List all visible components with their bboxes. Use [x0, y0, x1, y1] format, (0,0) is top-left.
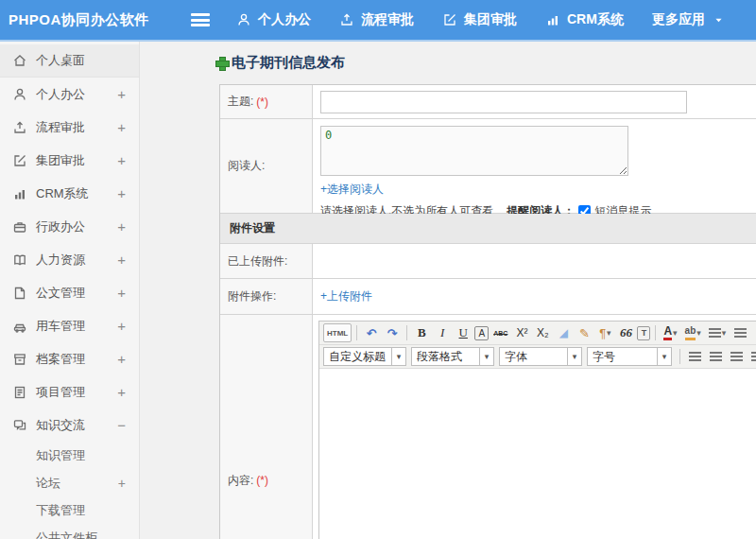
sidebar-item-document-mgmt[interactable]: 公文管理 +	[0, 276, 139, 309]
sidebar-subitem-knowledge-mgmt[interactable]: 知识管理	[0, 442, 139, 469]
nav-personal-office[interactable]: 个人办公	[236, 11, 311, 28]
top-nav: 个人办公 流程审批 集团审批 CRM系统 更多应用	[236, 11, 724, 28]
chevron-down-icon: ▾	[479, 348, 493, 365]
html-source-button[interactable]: HTML	[323, 323, 352, 342]
align-center-icon	[710, 352, 722, 362]
sidebar-item-personal-office[interactable]: 个人办公 +	[0, 78, 139, 111]
remove-format-button[interactable]: ◢	[554, 323, 573, 342]
expand-plus[interactable]: +	[117, 384, 126, 400]
expand-plus[interactable]: +	[117, 218, 126, 235]
italic-button[interactable]: I	[433, 323, 452, 342]
nav-workflow-approval[interactable]: 流程审批	[339, 11, 414, 28]
sidebar-item-desktop[interactable]: 个人桌面	[0, 44, 139, 78]
uploaded-attachments-label: 已上传附件:	[228, 253, 287, 270]
highlight-color-button[interactable]: ab▾	[682, 323, 704, 342]
align-right-icon	[730, 352, 743, 362]
align-center-button[interactable]	[706, 347, 725, 366]
editor-toolbar-row1: HTML ↶ ↷ B I U A ABC X² X₂ ◢	[319, 322, 756, 345]
expand-plus[interactable]: +	[117, 252, 126, 268]
sidebar-item-archive-mgmt[interactable]: 档案管理 +	[0, 342, 139, 375]
heading-select[interactable]: 自定义标题▾	[323, 347, 406, 366]
sidebar-item-hr[interactable]: 人力资源 +	[0, 243, 139, 276]
nav-group-approval[interactable]: 集团审批	[442, 11, 517, 28]
autotypeset-button[interactable]: ¶▾	[595, 323, 614, 342]
expand-plus[interactable]: +	[117, 119, 126, 135]
sidebar-item-group-approval[interactable]: 集团审批 +	[0, 144, 139, 177]
nav-more-apps[interactable]: 更多应用	[652, 11, 724, 28]
required-mark: (*)	[256, 96, 268, 109]
undo-button[interactable]: ↶	[362, 323, 381, 342]
rich-text-editor: HTML ↶ ↷ B I U A ABC X² X₂ ◢	[318, 321, 756, 539]
ordered-list-button[interactable]: ▾	[706, 323, 730, 342]
edit-icon	[442, 12, 457, 27]
sidebar-item-workflow-approval[interactable]: 流程审批 +	[0, 111, 139, 144]
expand-plus[interactable]: +	[117, 351, 126, 367]
font-style-button[interactable]: A	[474, 326, 489, 340]
edit-icon	[12, 153, 27, 168]
paste-as-text-button[interactable]: T	[637, 326, 650, 340]
align-left-button[interactable]	[685, 347, 704, 366]
align-right-button[interactable]	[727, 347, 746, 366]
flow-icon	[339, 12, 354, 27]
clipboard-icon	[12, 385, 27, 400]
chevron-down-icon: ▾	[722, 328, 727, 338]
choose-readers-link[interactable]: +选择阅读人	[320, 183, 384, 196]
main-content: 电子期刊信息发布 主题: (*) 阅读人: 0	[140, 42, 756, 539]
page-title: 电子期刊信息发布	[215, 54, 756, 72]
chart-icon	[12, 186, 27, 201]
sidebar: 个人桌面 个人办公 + 流程审批 + 集团审批 + CRM系统 + 行政办公 +	[0, 42, 140, 539]
document-icon	[12, 286, 27, 301]
sidebar-subitem-download-mgmt[interactable]: 下载管理	[0, 496, 139, 524]
unordered-list-button[interactable]	[730, 323, 749, 342]
sidebar-item-crm[interactable]: CRM系统 +	[0, 177, 139, 210]
editor-toolbar-row2: 自定义标题▾ 段落格式▾ 字体▾ 字号▾ ∞ ⊘	[319, 345, 756, 369]
font-family-select[interactable]: 字体▾	[499, 347, 582, 366]
sidebar-subitem-forum[interactable]: 论坛 +	[0, 469, 139, 496]
subject-input[interactable]	[320, 91, 687, 113]
chevron-down-icon: ▾	[567, 348, 581, 365]
content-label: 内容:	[228, 473, 253, 489]
sidebar-item-project-mgmt[interactable]: 项目管理 +	[0, 375, 139, 409]
readers-label: 阅读人:	[228, 158, 265, 174]
sidebar-item-admin-office[interactable]: 行政办公 +	[0, 210, 139, 243]
chart-icon	[545, 12, 560, 27]
redo-button[interactable]: ↷	[383, 323, 402, 342]
paragraph-format-select[interactable]: 段落格式▾	[411, 347, 494, 366]
list-icon	[709, 328, 721, 339]
collapse-minus[interactable]: −	[117, 417, 126, 433]
add-icon	[215, 57, 228, 69]
readers-textarea[interactable]: 0	[320, 126, 628, 176]
top-navbar: PHPOA协同办公软件 个人办公 流程审批 集团审批 CRM系统 更多应用	[0, 0, 756, 42]
chevron-down-icon: ▾	[657, 348, 671, 365]
expand-plus[interactable]: +	[118, 476, 126, 491]
sidebar-item-vehicle-mgmt[interactable]: 用车管理 +	[0, 309, 139, 342]
menu-icon[interactable]	[191, 13, 210, 26]
format-painter-button[interactable]: ✎	[575, 323, 593, 342]
required-mark: (*)	[256, 474, 268, 487]
expand-plus[interactable]: +	[117, 185, 126, 201]
sidebar-subitem-public-cabinet[interactable]: 公共文件柜	[0, 524, 139, 539]
expand-plus[interactable]: +	[117, 285, 126, 301]
underline-button[interactable]: U	[454, 323, 472, 342]
flow-icon	[12, 120, 27, 135]
font-color-button[interactable]: A▾	[661, 323, 679, 342]
expand-plus[interactable]: +	[117, 152, 126, 168]
sidebar-item-knowledge-exchange[interactable]: 知识交流 −	[0, 409, 139, 442]
subscript-button[interactable]: X₂	[533, 323, 552, 342]
book-icon	[12, 252, 27, 268]
bold-button[interactable]: B	[412, 323, 431, 342]
home-icon	[12, 53, 27, 68]
superscript-button[interactable]: X²	[512, 323, 531, 342]
strikethrough-button[interactable]: ABC	[490, 323, 510, 342]
upload-attachment-link[interactable]: +上传附件	[320, 288, 372, 304]
editor-body[interactable]	[319, 369, 756, 539]
font-size-select[interactable]: 字号▾	[587, 347, 672, 366]
blockquote-button[interactable]: 66	[616, 323, 635, 342]
expand-plus[interactable]: +	[117, 86, 126, 102]
attachment-section-title: 附件设置	[220, 214, 756, 243]
attachment-ops-label: 附件操作:	[228, 288, 276, 304]
nav-crm-system[interactable]: CRM系统	[545, 11, 624, 28]
expand-plus[interactable]: +	[117, 318, 126, 334]
chevron-down-icon: ▾	[673, 328, 678, 338]
align-justify-button[interactable]	[747, 347, 756, 366]
